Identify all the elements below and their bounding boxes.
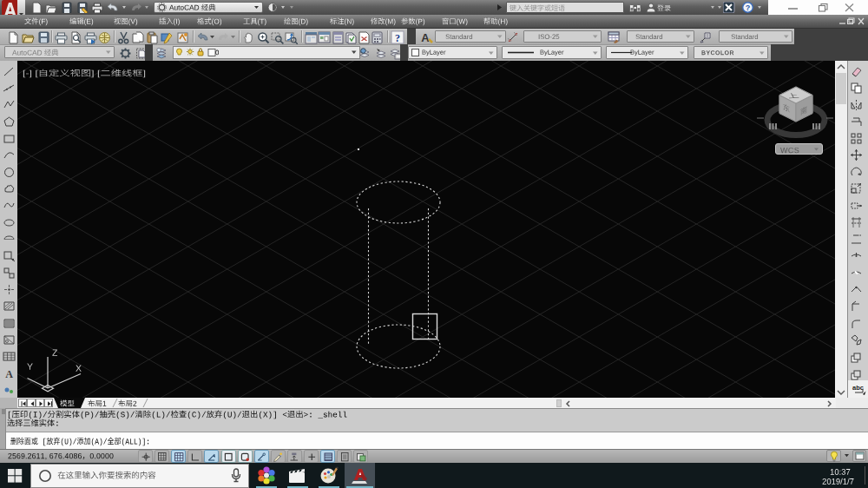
- svg-text:A: A: [421, 31, 430, 44]
- svg-text:?: ?: [746, 3, 751, 12]
- svg-text:abc: abc: [852, 384, 864, 392]
- svg-text:A: A: [5, 368, 13, 380]
- svg-text:?: ?: [395, 32, 400, 44]
